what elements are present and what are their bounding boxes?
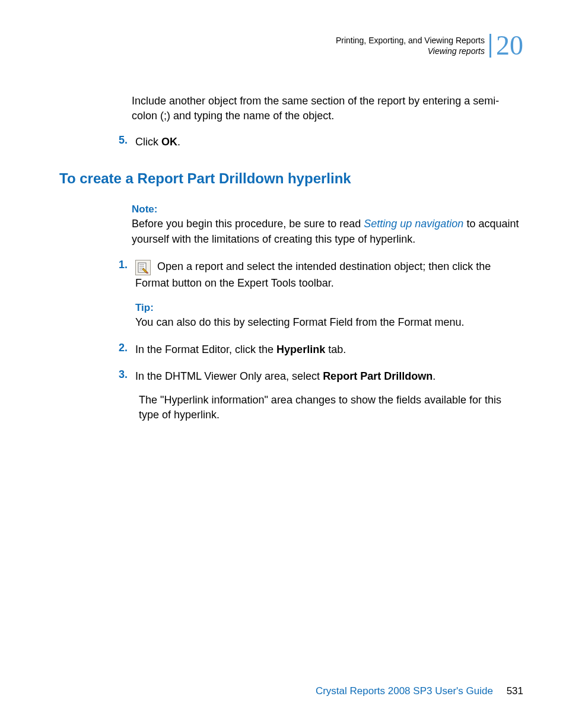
step3-suffix: . xyxy=(433,370,435,382)
step-body: Open a report and select the intended de… xyxy=(135,259,523,291)
header-line: Printing, Exporting, and Viewing Reports… xyxy=(336,32,523,59)
step-number: 5. xyxy=(119,134,135,147)
page-header: Printing, Exporting, and Viewing Reports… xyxy=(336,32,523,59)
step-number: 3. xyxy=(119,368,135,381)
step-body: Click OK. xyxy=(135,134,523,150)
step-5: 5. Click OK. xyxy=(119,134,523,150)
step-number: 1. xyxy=(119,259,135,271)
note-label: Note: xyxy=(132,204,523,215)
step3-prefix: In the DHTML Viewer Only area, select xyxy=(135,370,323,382)
step3-bold: Report Part Drilldown xyxy=(323,370,433,382)
header-chapter-title: Printing, Exporting, and Viewing Reports xyxy=(336,35,485,46)
section-heading: To create a Report Part Drilldown hyperl… xyxy=(43,170,523,187)
step5-prefix: Click xyxy=(135,136,161,148)
step1-text: Open a report and select the intended de… xyxy=(135,260,491,289)
step-1: 1. Open a report and select the intended… xyxy=(119,259,523,291)
header-text-block: Printing, Exporting, and Viewing Reports… xyxy=(336,35,485,56)
continuation-paragraph: Include another object from the same sec… xyxy=(132,94,523,123)
header-section-title: Viewing reports xyxy=(336,46,485,56)
format-icon-svg xyxy=(135,260,151,275)
step-body: In the Format Editor, click the Hyperlin… xyxy=(135,342,523,358)
tip-body: You can also do this by selecting Format… xyxy=(135,315,523,330)
step-2: 2. In the Format Editor, click the Hyper… xyxy=(119,342,523,358)
step3-after-paragraph: The "Hyperlink information" area changes… xyxy=(139,393,523,422)
step-body: In the DHTML Viewer Only area, select Re… xyxy=(135,368,523,422)
step-number: 2. xyxy=(119,342,135,354)
step5-bold: OK xyxy=(161,136,177,148)
footer-doc-title: Crystal Reports 2008 SP3 User's Guide xyxy=(316,685,493,697)
step2-suffix: tab. xyxy=(325,344,346,355)
tip-block: Tip: You can also do this by selecting F… xyxy=(135,302,523,330)
step2-prefix: In the Format Editor, click the xyxy=(135,344,276,355)
note-before-link: Before you begin this procedure, be sure… xyxy=(132,218,364,230)
format-icon xyxy=(135,259,151,275)
note-link[interactable]: Setting up navigation xyxy=(364,218,463,230)
note-block: Note: Before you begin this procedure, b… xyxy=(132,204,523,246)
page-container: Printing, Exporting, and Viewing Reports… xyxy=(0,0,566,728)
chapter-number: 20 xyxy=(496,32,523,59)
page-footer: Crystal Reports 2008 SP3 User's Guide 53… xyxy=(316,685,523,697)
step2-bold: Hyperlink xyxy=(276,344,325,355)
footer-page-number: 531 xyxy=(507,685,523,697)
main-content: Include another object from the same sec… xyxy=(43,94,523,422)
note-body: Before you begin this procedure, be sure… xyxy=(132,217,523,246)
step-3: 3. In the DHTML Viewer Only area, select… xyxy=(119,368,523,422)
tip-label: Tip: xyxy=(135,302,523,314)
header-separator xyxy=(489,34,491,58)
step5-suffix: . xyxy=(177,136,180,148)
